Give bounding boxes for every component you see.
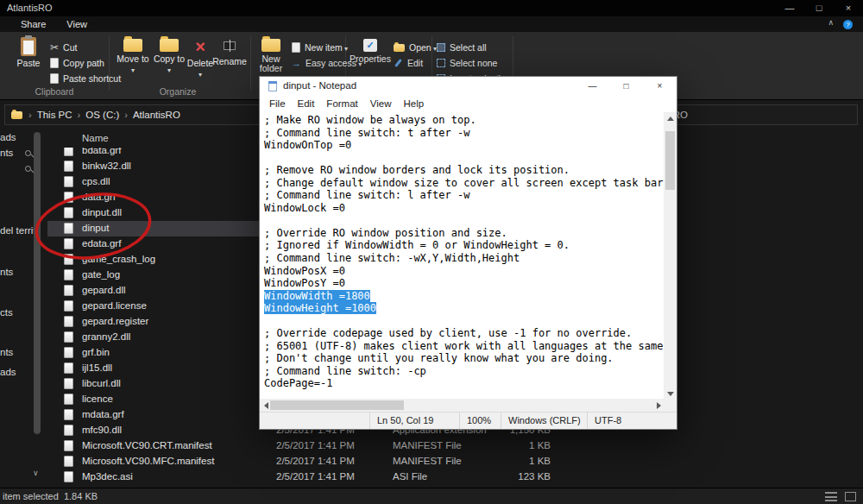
line-ending: Windows (CRLF) bbox=[501, 413, 587, 429]
file-name: binkw32.dll bbox=[82, 161, 131, 171]
sidebar-item-label: nts bbox=[0, 267, 13, 277]
file-icon bbox=[64, 425, 73, 436]
notepad-menu-help[interactable]: Help bbox=[398, 96, 431, 112]
file-row[interactable]: Mp3dec.asi2/5/2017 1:41 PMASI File123 KB bbox=[47, 469, 552, 485]
annotation-ellipse bbox=[28, 186, 158, 264]
large-icons-view-icon[interactable] bbox=[845, 492, 856, 501]
file-name: gepard.register bbox=[82, 316, 148, 326]
notepad-line: ; Make RO window be always on top. bbox=[264, 114, 665, 127]
notepad-line: WindowLock =0 bbox=[264, 202, 665, 215]
notepad-vertical-scrollbar[interactable] bbox=[664, 112, 677, 400]
scroll-right-icon[interactable] bbox=[657, 402, 661, 409]
encoding: UTF-8 bbox=[587, 413, 677, 429]
notepad-line: ; Command line switch: l after -w bbox=[264, 189, 665, 202]
file-row[interactable]: Microsoft.VC90.MFC.manifest2/5/2017 1:41… bbox=[47, 454, 552, 469]
file-name: gepard.license bbox=[82, 300, 147, 311]
explorer-statusbar: item selected 1.84 KB bbox=[0, 488, 863, 504]
notepad-line: WindowPosY =0 bbox=[264, 277, 665, 290]
sidebar-item-label: cts bbox=[0, 307, 13, 318]
selected-text: WindowWidth =1800 bbox=[264, 290, 370, 302]
scroll-left-icon[interactable] bbox=[264, 402, 268, 409]
file-icon bbox=[64, 300, 73, 312]
file-date-modified: 2/5/2017 1:41 PM bbox=[276, 471, 355, 482]
notepad-titlebar[interactable]: dinput - Notepad — □ × bbox=[260, 77, 677, 96]
file-icon bbox=[64, 316, 73, 327]
scrollbar-corner bbox=[664, 399, 677, 412]
notepad-maximize-button[interactable]: □ bbox=[609, 77, 643, 96]
notepad-minimize-button[interactable]: — bbox=[576, 77, 609, 96]
file-date-modified: 2/5/2017 1:41 PM bbox=[276, 456, 355, 466]
notepad-close-button[interactable]: × bbox=[643, 77, 677, 96]
file-name: mdata.grf bbox=[82, 409, 124, 419]
file-icon bbox=[64, 409, 73, 420]
notepad-menu-format[interactable]: Format bbox=[320, 96, 363, 112]
file-date-modified: 2/5/2017 1:41 PM bbox=[276, 440, 355, 450]
notepad-line: WindowPosX =0 bbox=[264, 265, 665, 278]
notepad-line: WindowHeight =1000 bbox=[264, 302, 665, 315]
notepad-horizontal-scrollbar[interactable] bbox=[260, 399, 665, 412]
pin-icon bbox=[25, 150, 31, 156]
notepad-menu-file[interactable]: File bbox=[263, 96, 292, 112]
notepad-line: WindowWidth =1800 bbox=[264, 290, 665, 303]
notepad-line: ; 65001 (UTF-8) makes client work with a… bbox=[264, 340, 665, 353]
file-icon bbox=[64, 362, 73, 374]
file-name: ijl15.dll bbox=[82, 362, 112, 373]
notepad-title: dinput - Notepad bbox=[283, 80, 356, 91]
notepad-line: ; Override RO window position and size. bbox=[264, 227, 665, 240]
notepad-line bbox=[264, 214, 665, 227]
name-header-label: Name bbox=[82, 133, 109, 143]
notepad-window-controls: — □ × bbox=[576, 77, 677, 96]
sidebar-item-label: ads bbox=[0, 132, 16, 142]
notepad-line: CodePage=-1 bbox=[264, 377, 665, 390]
sidebar-item-label: nts bbox=[0, 148, 13, 158]
vertical-scroll-thumb[interactable] bbox=[665, 131, 675, 190]
notepad-line: ; Don't change until you really know wha… bbox=[264, 352, 665, 365]
nav-scroll-down-icon[interactable] bbox=[33, 469, 39, 477]
notepad-line: ; Command line switch: t after -w bbox=[264, 127, 665, 140]
notepad-menu-edit[interactable]: Edit bbox=[292, 96, 321, 112]
details-view-icon[interactable] bbox=[825, 492, 837, 501]
file-icon bbox=[64, 331, 73, 343]
file-name: libcurl.dll bbox=[82, 378, 121, 388]
file-name: Microsoft.VC90.MFC.manifest bbox=[82, 456, 214, 466]
column-header-name[interactable]: Name bbox=[47, 130, 255, 148]
selected-text: WindowHeight =1000 bbox=[264, 302, 376, 314]
file-name: mfc90.dll bbox=[82, 425, 122, 435]
pin-icon bbox=[25, 166, 31, 172]
cursor-position: Ln 50, Col 19 bbox=[369, 413, 459, 429]
file-icon bbox=[64, 285, 73, 296]
file-name: Mp3dec.asi bbox=[82, 471, 133, 482]
notepad-text-area[interactable]: ; Make RO window be always on top.; Comm… bbox=[260, 112, 665, 400]
file-type: MANIFEST File bbox=[393, 440, 462, 450]
file-icon bbox=[64, 394, 73, 405]
file-icon bbox=[64, 161, 73, 172]
scroll-up-icon[interactable] bbox=[667, 117, 674, 121]
file-name: gepard.dll bbox=[82, 285, 126, 295]
file-name: cps.dll bbox=[82, 176, 110, 186]
notepad-line bbox=[264, 152, 665, 165]
selection-info: item selected 1.84 KB bbox=[3, 491, 98, 501]
notepad-line: ; Command line switch: -cp bbox=[264, 365, 665, 378]
notepad-line: ; Change default window size to cover al… bbox=[264, 177, 665, 190]
file-name: gate_log bbox=[82, 269, 120, 280]
notepad-statusbar: Ln 50, Col 19 100% Windows (CRLF) UTF-8 bbox=[260, 412, 677, 429]
horizontal-scroll-thumb[interactable] bbox=[270, 400, 404, 410]
screen: AtlantisRO — □ × ShareView Paste Cut Cop… bbox=[0, 0, 863, 504]
file-size: 1 KB bbox=[475, 456, 551, 466]
sidebar-item-label: ads bbox=[0, 367, 16, 377]
notepad-line: ; Command line switch: -wX,Y,Width,Heigh… bbox=[264, 252, 665, 265]
file-name: granny2.dll bbox=[82, 331, 130, 342]
sidebar-item-label: nts bbox=[0, 347, 13, 357]
file-size: 123 KB bbox=[475, 471, 551, 482]
notepad-line bbox=[264, 315, 665, 328]
scroll-down-icon[interactable] bbox=[667, 392, 674, 396]
nav-pane-scrollbar[interactable] bbox=[34, 132, 41, 434]
status-spacer bbox=[260, 413, 369, 429]
file-icon bbox=[64, 347, 73, 358]
notepad-window: dinput - Notepad — □ × FileEditFormatVie… bbox=[259, 76, 677, 430]
notepad-menu-view[interactable]: View bbox=[364, 96, 398, 112]
file-row[interactable]: Microsoft.VC90.CRT.manifest2/5/2017 1:41… bbox=[47, 438, 552, 454]
file-icon bbox=[64, 378, 73, 389]
notepad-line: WindowOnTop =0 bbox=[264, 139, 665, 152]
zoom-level: 100% bbox=[459, 413, 501, 429]
